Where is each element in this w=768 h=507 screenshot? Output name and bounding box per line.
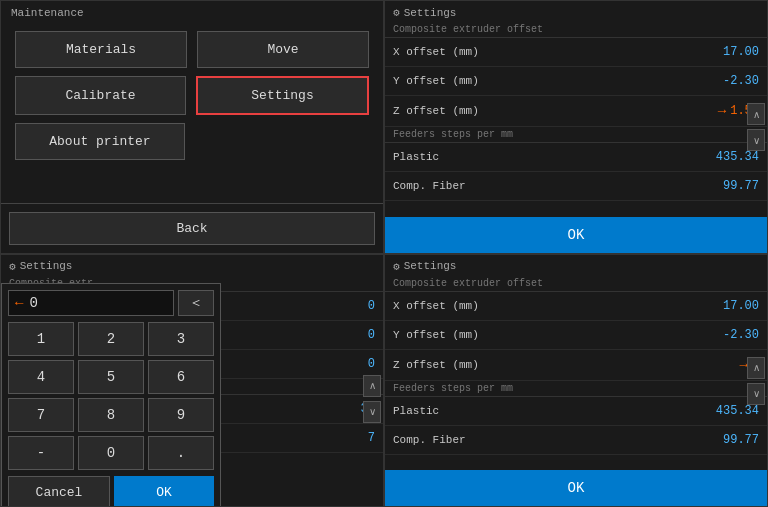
settings-rows-br: X offset (mm) 17.00 Y offset (mm) -2.30 … [385,292,767,471]
plastic-label-br: Plastic [393,405,439,417]
plastic-row-tr[interactable]: Plastic 435.34 [385,143,767,172]
settings-panel-bottom-right: ⚙ Settings Composite extruder offset X o… [384,254,768,508]
scroll-buttons-bl: ∧ ∨ [363,375,381,423]
y-offset-row-tr[interactable]: Y offset (mm) -2.30 [385,67,767,96]
settings-panel-bottom-left: ⚙ Settings Composite extr... X offset (m… [0,254,384,508]
plastic-value-br: 435.34 [716,404,759,418]
scroll-buttons-br: ∧ ∨ [747,357,765,405]
numpad-key-minus[interactable]: - [8,436,74,470]
numpad-key-9[interactable]: 9 [148,398,214,432]
maintenance-row-3: About printer [15,123,369,160]
comp-fiber-value-bl: 7 [368,431,375,445]
maintenance-content: Materials Move Calibrate Settings About … [1,23,383,203]
y-offset-label-br: Y offset (mm) [393,329,479,341]
numpad-key-1[interactable]: 1 [8,322,74,356]
maintenance-row-2: Calibrate Settings [15,76,369,115]
z-offset-label-tr: Z offset (mm) [393,105,479,117]
numpad-key-6[interactable]: 6 [148,360,214,394]
feeders-section-label-br: Feeders steps per mm [385,381,767,397]
scroll-down-br[interactable]: ∨ [747,383,765,405]
comp-fiber-label-br: Comp. Fiber [393,434,466,446]
composite-section-label-br: Composite extruder offset [385,276,767,292]
numpad-arrow-icon: ← [15,295,23,311]
composite-section-label-tr: Composite extruder offset [385,22,767,38]
comp-fiber-row-br[interactable]: Comp. Fiber 99.77 [385,426,767,455]
y-offset-label-tr: Y offset (mm) [393,75,479,87]
y-offset-row-br[interactable]: Y offset (mm) -2.30 [385,321,767,350]
scroll-down-tr[interactable]: ∨ [747,129,765,151]
numpad-backspace-button[interactable]: ＜ [178,290,214,316]
numpad-key-8[interactable]: 8 [78,398,144,432]
settings-header-bl: ⚙ Settings [1,255,383,276]
y-offset-value-br: -2.30 [723,328,759,342]
settings-header-tr: ⚙ Settings [385,1,767,22]
y-offset-value-tr: -2.30 [723,74,759,88]
plastic-label-tr: Plastic [393,151,439,163]
settings-header-br: ⚙ Settings [385,255,767,276]
maintenance-footer: Back [1,203,383,253]
numpad-key-0[interactable]: 0 [78,436,144,470]
settings-title-bl: Settings [20,260,73,272]
numpad-input-value: 0 [29,295,37,311]
numpad-key-dot[interactable]: . [148,436,214,470]
move-button[interactable]: Move [197,31,369,68]
numpad-key-2[interactable]: 2 [78,322,144,356]
maintenance-panel: Maintenance Materials Move Calibrate Set… [0,0,384,254]
ok-button-br[interactable]: OK [385,470,767,506]
settings-rows-tr: X offset (mm) 17.00 Y offset (mm) -2.30 … [385,38,767,217]
x-offset-label-tr: X offset (mm) [393,46,479,58]
z-offset-label-br: Z offset (mm) [393,359,479,371]
comp-fiber-row-tr[interactable]: Comp. Fiber 99.77 [385,172,767,201]
x-offset-value-br: 17.00 [723,299,759,313]
calibrate-button[interactable]: Calibrate [15,76,186,115]
about-printer-button[interactable]: About printer [15,123,185,160]
z-offset-row-br[interactable]: Z offset (mm) → 0 [385,350,767,381]
y-offset-value-bl: 0 [368,328,375,342]
numpad-cancel-button[interactable]: Cancel [8,476,110,508]
scroll-buttons-tr: ∧ ∨ [747,103,765,151]
back-button[interactable]: Back [9,212,375,245]
plastic-row-br[interactable]: Plastic 435.34 [385,397,767,426]
settings-title-tr: Settings [404,7,457,19]
numpad-key-5[interactable]: 5 [78,360,144,394]
numpad-ok-button[interactable]: OK [114,476,214,508]
numpad-key-7[interactable]: 7 [8,398,74,432]
scroll-down-bl[interactable]: ∨ [363,401,381,423]
numpad-grid: 1 2 3 4 5 6 7 8 9 - 0 . [8,322,214,470]
comp-fiber-label-tr: Comp. Fiber [393,180,466,192]
materials-button[interactable]: Materials [15,31,187,68]
comp-fiber-value-br: 99.77 [723,433,759,447]
scroll-up-bl[interactable]: ∧ [363,375,381,397]
numpad-actions: Cancel OK [8,476,214,508]
x-offset-row-br[interactable]: X offset (mm) 17.00 [385,292,767,321]
maintenance-title: Maintenance [1,1,383,23]
gear-icon-tr: ⚙ [393,6,400,19]
feeders-section-label-tr: Feeders steps per mm [385,127,767,143]
settings-title-br: Settings [404,260,457,272]
numpad-key-4[interactable]: 4 [8,360,74,394]
numpad-overlay: ← 0 ＜ 1 2 3 4 5 6 7 8 9 - 0 . Cancel OK [1,283,221,508]
gear-icon-br: ⚙ [393,260,400,273]
scroll-up-tr[interactable]: ∧ [747,103,765,125]
maintenance-row-1: Materials Move [15,31,369,68]
z-offset-row-tr[interactable]: Z offset (mm) → 1.52 [385,96,767,127]
x-offset-value-bl: 0 [368,299,375,313]
x-offset-value-tr: 17.00 [723,45,759,59]
z-offset-value-bl: 0 [368,357,375,371]
x-offset-row-tr[interactable]: X offset (mm) 17.00 [385,38,767,67]
numpad-key-3[interactable]: 3 [148,322,214,356]
scroll-up-br[interactable]: ∧ [747,357,765,379]
comp-fiber-value-tr: 99.77 [723,179,759,193]
numpad-input-row: ← 0 ＜ [8,290,214,316]
numpad-display: ← 0 [8,290,174,316]
z-arrow-icon-tr: → [718,103,726,119]
gear-icon-bl: ⚙ [9,260,16,273]
settings-panel-top-right: ⚙ Settings Composite extruder offset X o… [384,0,768,254]
settings-button[interactable]: Settings [196,76,369,115]
x-offset-label-br: X offset (mm) [393,300,479,312]
ok-button-tr[interactable]: OK [385,217,767,253]
plastic-value-tr: 435.34 [716,150,759,164]
